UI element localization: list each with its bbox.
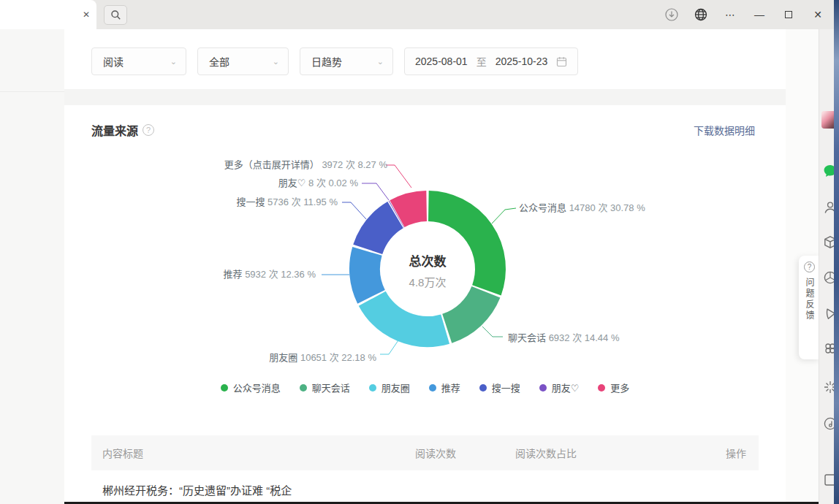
maximize-icon xyxy=(785,11,792,18)
slice-label-stats: 8 次 0.02 % xyxy=(308,177,358,188)
date-range-picker[interactable]: 2025-08-01 至 2025-10-23 xyxy=(404,47,578,75)
legend-item-聊天会话[interactable]: 聊天会话 xyxy=(300,381,350,394)
legend-dot xyxy=(369,384,376,392)
traffic-source-card: 流量来源 ? 下载数据明细 总次数 4.8万次 更多（点击展开详情） 3972 … xyxy=(64,105,786,431)
feedback-help-icon: ? xyxy=(804,261,815,272)
legend-item-朋友圈[interactable]: 朋友圈 xyxy=(369,381,410,394)
chart-slice-1[interactable] xyxy=(447,292,486,329)
legend-dot xyxy=(598,384,605,392)
date-range-separator: 至 xyxy=(477,54,487,69)
leader-line xyxy=(482,327,503,337)
column-header-reads: 阅读次数 xyxy=(415,446,515,460)
search-icon xyxy=(110,9,121,20)
slice-label-name: 更多（点击展开详情） xyxy=(224,159,322,170)
browser-titlebar: ✕ ⋯ — ✕ xyxy=(0,0,839,29)
date-end-value[interactable]: 2025-10-23 xyxy=(496,56,548,67)
chart-label-更多: 更多（点击展开详情） 3972 次 8.27 % xyxy=(224,158,387,172)
page-left-gutter xyxy=(0,29,64,504)
leader-line xyxy=(380,340,398,354)
chevron-down-icon: ⌄ xyxy=(254,57,279,66)
calendar-icon xyxy=(556,56,567,67)
legend-label: 聊天会话 xyxy=(312,381,350,394)
legend-item-更多[interactable]: 更多 xyxy=(598,381,629,394)
scope-dropdown-value: 全部 xyxy=(209,54,229,69)
maximize-button[interactable] xyxy=(779,5,798,24)
window-controls: ⋯ — ✕ xyxy=(662,0,827,29)
slice-label-name: 朋友圈 xyxy=(269,352,300,363)
browser-tab[interactable]: ✕ xyxy=(0,0,96,29)
metric-dropdown[interactable]: 阅读 ⌄ xyxy=(91,47,186,75)
legend-item-搜一搜[interactable]: 搜一搜 xyxy=(479,381,520,394)
tab-close-icon[interactable]: ✕ xyxy=(80,9,92,20)
granularity-dropdown-value: 日趋势 xyxy=(311,54,342,69)
legend-label: 朋友♡ xyxy=(552,381,580,394)
table-header: 内容标题 阅读次数 阅读次数占比 操作 xyxy=(91,435,759,470)
slice-label-name: 搜一搜 xyxy=(236,196,267,207)
slice-label-stats: 6932 次 14.44 % xyxy=(549,332,620,343)
chart-label-朋友♡: 朋友♡ 8 次 0.02 % xyxy=(278,176,358,191)
legend-dot xyxy=(300,384,307,392)
slice-label-name: 聊天会话 xyxy=(508,332,549,343)
slice-label-stats: 5932 次 12.36 % xyxy=(245,269,316,280)
donut-center-value: 4.8万次 xyxy=(369,274,486,289)
legend-dot xyxy=(429,384,436,392)
slice-label-stats: 3972 次 8.27 % xyxy=(322,159,387,170)
content-title-cell[interactable]: 郴州经开税务：“历史遗留”办证难 “税企 xyxy=(102,484,292,497)
legend-label: 朋友圈 xyxy=(381,381,410,394)
minimize-button[interactable]: — xyxy=(750,5,769,24)
chart-label-搜一搜: 搜一搜 5736 次 11.95 % xyxy=(236,195,338,210)
chart-label-聊天会话: 聊天会话 6932 次 14.44 % xyxy=(508,331,619,345)
chart-slice-2[interactable] xyxy=(372,299,445,332)
table-row[interactable]: 郴州经开税务：“历史遗留”办证难 “税企 xyxy=(91,470,759,497)
feedback-panel-label: 问题反馈 xyxy=(803,278,816,321)
slice-label-stats: 14780 次 30.78 % xyxy=(569,202,645,213)
date-start-value[interactable]: 2025-08-01 xyxy=(415,56,468,67)
slice-label-stats: 10651 次 22.18 % xyxy=(300,352,376,363)
chart-label-推荐: 推荐 5932 次 12.36 % xyxy=(224,267,316,282)
more-menu-button[interactable]: ⋯ xyxy=(721,5,740,24)
chart-slice-4[interactable] xyxy=(368,215,395,249)
search-button[interactable] xyxy=(104,5,127,25)
slice-label-name: 公众号消息 xyxy=(519,202,569,213)
slice-label-stats: 5736 次 11.95 % xyxy=(267,196,338,207)
leader-line xyxy=(492,208,516,224)
download-icon xyxy=(664,7,679,22)
chart-legend: 公众号消息聊天会话朋友圈推荐搜一搜朋友♡更多 xyxy=(64,381,786,394)
donut-center-label: 总次数 xyxy=(369,251,486,270)
chart-label-公众号消息: 公众号消息 14780 次 30.78 % xyxy=(519,201,645,215)
chart-slice-6[interactable] xyxy=(397,206,426,214)
legend-label: 更多 xyxy=(610,381,629,394)
column-header-title: 内容标题 xyxy=(102,446,415,460)
legend-label: 推荐 xyxy=(441,381,460,394)
scope-dropdown[interactable]: 全部 ⌄ xyxy=(197,47,289,75)
gutter-divider xyxy=(0,91,64,92)
legend-dot xyxy=(479,384,487,392)
column-header-read-share: 阅读次数占比 xyxy=(515,446,726,460)
slice-label-name: 推荐 xyxy=(224,269,246,280)
slice-label-name: 朋友♡ xyxy=(278,177,308,188)
analytics-page: 阅读 ⌄ 全部 ⌄ 日趋势 ⌄ 2025-08-01 至 2025-10-23 … xyxy=(64,29,786,504)
chevron-down-icon: ⌄ xyxy=(151,57,177,66)
column-header-actions: 操作 xyxy=(726,446,748,460)
legend-dot xyxy=(221,384,228,392)
close-button[interactable]: ✕ xyxy=(808,5,827,24)
browser-globe-button[interactable] xyxy=(691,5,710,24)
feedback-panel[interactable]: ? 问题反馈 xyxy=(799,256,820,359)
legend-item-推荐[interactable]: 推荐 xyxy=(429,381,460,394)
granularity-dropdown[interactable]: 日趋势 ⌄ xyxy=(300,47,393,75)
metric-dropdown-value: 阅读 xyxy=(103,54,124,69)
legend-dot xyxy=(539,384,547,392)
leader-line xyxy=(386,165,411,188)
donut-center: 总次数 4.8万次 xyxy=(369,251,486,289)
legend-label: 公众号消息 xyxy=(233,381,281,394)
window-edge-scrollbar[interactable] xyxy=(834,0,839,504)
legend-label: 搜一搜 xyxy=(492,381,520,394)
leader-line xyxy=(362,183,389,200)
legend-item-朋友♡[interactable]: 朋友♡ xyxy=(539,381,580,394)
filter-row: 阅读 ⌄ 全部 ⌄ 日趋势 ⌄ 2025-08-01 至 2025-10-23 xyxy=(91,47,786,75)
globe-icon xyxy=(694,7,708,22)
download-button[interactable] xyxy=(662,5,681,24)
legend-item-公众号消息[interactable]: 公众号消息 xyxy=(221,381,281,394)
chevron-down-icon: ⌄ xyxy=(358,57,384,66)
chart-label-朋友圈: 朋友圈 10651 次 22.18 % xyxy=(269,351,376,365)
